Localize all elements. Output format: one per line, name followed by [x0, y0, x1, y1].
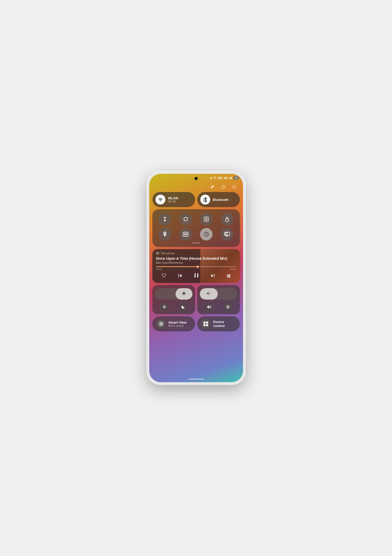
- media-song-artist: Max Oazo/Moonessa: [156, 261, 236, 264]
- wifi-status-icon: [213, 176, 217, 180]
- svg-rect-4: [232, 176, 232, 179]
- time-labels: 04:10 07:53: [156, 268, 236, 270]
- device-control-tile[interactable]: Device control: [197, 316, 240, 331]
- brightness-slider[interactable]: [155, 288, 192, 300]
- network-icon: 5G: [223, 177, 228, 180]
- media-player: This phone Once Upon A Time (House Exten…: [152, 249, 240, 283]
- svg-text:A: A: [164, 306, 165, 308]
- wlan-label: WLAN: [168, 196, 178, 200]
- settings-button[interactable]: [231, 183, 238, 190]
- night-mode-button[interactable]: [178, 302, 188, 312]
- control-panel: WLAN OK-5G B: [152, 192, 240, 377]
- svg-point-25: [226, 306, 229, 308]
- previous-button[interactable]: [178, 273, 182, 279]
- device-control-label: Device control: [213, 320, 236, 328]
- next-button[interactable]: [210, 273, 215, 279]
- svg-rect-8: [204, 217, 208, 221]
- dolby-button[interactable]: [179, 228, 192, 240]
- svg-point-9: [206, 218, 207, 220]
- media-source-label: This phone: [161, 252, 175, 255]
- svg-rect-3: [231, 177, 232, 179]
- progress-track: [156, 266, 236, 267]
- media-song-title: Once Upon A Time (House Extended Mix): [156, 256, 236, 261]
- volume-down-button[interactable]: [245, 240, 246, 253]
- sliders-row: A: [152, 285, 240, 314]
- volume-sub-icons: [200, 302, 237, 312]
- svg-line-7: [204, 200, 205, 201]
- svg-point-12: [184, 233, 186, 235]
- camera-notch: [195, 177, 198, 180]
- battery-indicator: 23: [233, 176, 239, 180]
- svg-rect-2: [230, 177, 231, 179]
- smart-view-icon: [156, 319, 166, 329]
- wlan-text: WLAN OK-5G: [168, 196, 178, 203]
- auto-brightness-button[interactable]: A: [160, 302, 169, 312]
- brightness-slider-icon: [182, 291, 186, 297]
- sync-button[interactable]: [179, 213, 192, 225]
- lyrics-button[interactable]: 词: [227, 274, 231, 279]
- smart-view-label: Smart View: [169, 320, 187, 324]
- vibrate-button[interactable]: [223, 302, 233, 312]
- location-button[interactable]: [159, 228, 171, 240]
- volume-slider-icon: [206, 291, 211, 297]
- svg-rect-29: [203, 322, 206, 324]
- power-off-button[interactable]: [220, 183, 227, 190]
- device-control-icon: [201, 319, 211, 329]
- volume-fill: [200, 288, 218, 300]
- sound-mode-button[interactable]: [204, 302, 214, 312]
- bluetooth-toggle[interactable]: Bluetooth: [197, 192, 240, 207]
- svg-marker-28: [160, 323, 162, 325]
- wlan-toggle[interactable]: WLAN OK-5G: [152, 192, 195, 207]
- svg-rect-31: [203, 324, 206, 326]
- bluetooth-status-icon: ✱: [210, 177, 212, 180]
- wlan-sublabel: OK-5G: [168, 200, 178, 203]
- cast-screen-button[interactable]: [221, 228, 233, 240]
- volume-up-button[interactable]: [245, 223, 246, 236]
- bottom-tiles: Smart View Mirror screen De: [152, 316, 240, 331]
- progress-bar-container[interactable]: 04:10 07:53: [156, 266, 236, 270]
- lock-rotate-button[interactable]: [221, 213, 233, 225]
- svg-rect-10: [226, 219, 229, 221]
- svg-line-6: [204, 198, 205, 200]
- svg-point-24: [227, 306, 229, 308]
- phone-screen: ✱ HD 5G 23: [149, 174, 243, 382]
- media-content: This phone Once Upon A Time (House Exten…: [152, 249, 240, 283]
- smart-view-tile[interactable]: Smart View Mirror screen: [152, 316, 195, 331]
- power-button[interactable]: [146, 231, 147, 249]
- like-button[interactable]: [161, 274, 166, 279]
- media-source: This phone: [156, 252, 236, 255]
- clock-button[interactable]: [200, 228, 213, 240]
- home-indicator[interactable]: [188, 379, 204, 380]
- volume-card: [197, 285, 240, 314]
- brightness-card: A: [152, 285, 195, 314]
- screenshot-button[interactable]: [200, 213, 213, 225]
- svg-rect-19: [195, 273, 196, 277]
- brightness-sub-icons: A: [155, 302, 192, 312]
- progress-fill: [156, 266, 198, 267]
- svg-rect-1: [229, 178, 230, 179]
- svg-point-13: [186, 233, 187, 235]
- top-controls: [209, 183, 238, 190]
- total-time: 07:53: [230, 268, 236, 270]
- bluetooth-icon-circle: [200, 195, 210, 205]
- hd-icon: HD: [218, 177, 222, 180]
- icon-grid-container: [152, 209, 240, 247]
- device-control-text: Device control: [213, 320, 236, 328]
- svg-point-21: [183, 292, 185, 294]
- quick-toggles-row: WLAN OK-5G B: [152, 192, 240, 207]
- svg-rect-16: [225, 233, 227, 235]
- volume-slider[interactable]: [200, 288, 237, 300]
- svg-rect-0: [229, 178, 229, 179]
- pause-button[interactable]: [194, 273, 199, 280]
- signal-icon: [229, 176, 232, 180]
- status-bar: ✱ HD 5G 23: [210, 176, 239, 180]
- edit-button[interactable]: [209, 183, 216, 190]
- brightness-fill: [176, 288, 192, 300]
- media-controls: 词: [156, 273, 236, 280]
- data-transfer-button[interactable]: [159, 213, 171, 225]
- bluetooth-text: Bluetooth: [213, 198, 229, 202]
- icon-grid: [156, 213, 236, 240]
- progress-thumb: [196, 265, 199, 268]
- current-time: 04:10: [156, 268, 162, 270]
- svg-point-18: [157, 253, 158, 254]
